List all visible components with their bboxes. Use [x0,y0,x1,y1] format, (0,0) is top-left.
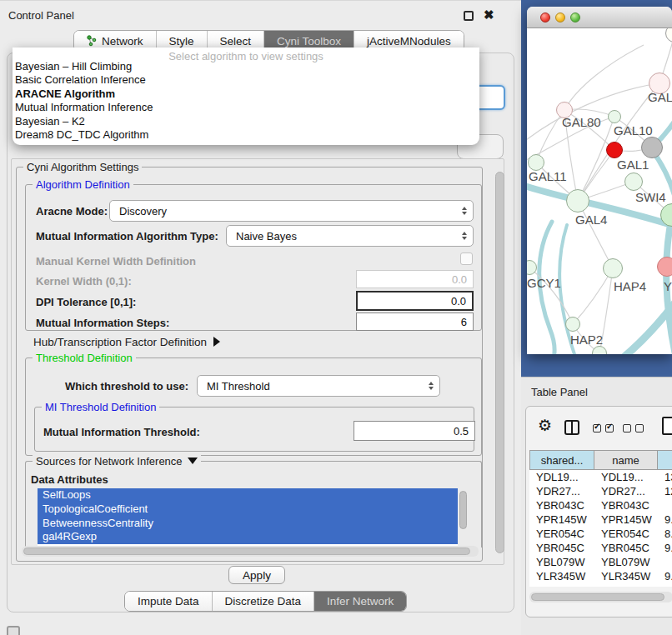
mi-type-value: Naive Bayes [236,230,297,242]
checked-checkbox-icon[interactable] [605,424,614,432]
settings-vscrollbar[interactable] [495,172,504,553]
sources-group-toggle[interactable]: Sources for Network Inference [33,455,201,468]
dpi-tolerance-value: 0.0 [451,295,466,308]
mi-threshold-value: 0.5 [454,425,469,438]
table-row[interactable]: YBR043CYBR043C [529,498,672,512]
tab-label: jActiveMNodules [367,35,451,48]
table-cell: YBR043C [529,498,594,512]
expanded-arrow-icon [188,458,198,464]
tab-label: Style [169,35,194,48]
dropdown-options: Bayesian – Hill ClimbingBasic Correlatio… [13,60,479,142]
algorithm-definition-group: Algorithm Definition Aracne Mode: Discov… [25,184,482,331]
kernel-width-field: 0.0 [356,270,474,288]
network-node-label: GAL11 [529,169,567,183]
stepper-icon [462,207,467,215]
network-node-gal1[interactable] [624,172,643,191]
manual-kernel-label: Manual Kernel Width Definition [36,255,196,268]
table-cell: 13 [658,470,672,484]
mi-steps-field[interactable]: 6 [356,312,474,331]
data-attributes-list[interactable]: SelfLoopsTopologicalCoefficientBetweenne… [38,488,458,548]
aracne-mode-select[interactable]: Discovery [109,200,474,222]
close-panel-icon[interactable]: ✖ [484,8,494,22]
attribute-item-betweennesscentrality[interactable]: BetweennessCentrality [38,517,458,531]
algorithm-option-bayesian-k2[interactable]: Bayesian – K2 [13,115,479,128]
table-cell: 0. [658,583,672,587]
network-node-hap2[interactable] [565,317,580,332]
table-row[interactable]: YPR145WYPR145W9. [529,512,672,527]
mi-steps-label: Mutual Information Steps: [36,317,169,329]
table-row[interactable]: YIL052CYIL052C0. [529,583,672,587]
table-cell: 9. [658,512,672,527]
apply-button[interactable]: Apply [228,566,285,584]
attribute-item-selfloops[interactable]: SelfLoops [38,488,458,502]
algorithm-option-basic-correlation-inference[interactable]: Basic Correlation Inference [13,73,479,87]
tab-label: Select [220,35,252,48]
subtab-infer-network[interactable]: Infer Network [314,592,406,611]
attribute-item-topologicalcoefficient[interactable]: TopologicalCoefficient [38,502,458,517]
network-node-gal11[interactable] [528,154,544,171]
hub-section-toggle[interactable]: Hub/Transcription Factor Definition [33,334,220,349]
gear-icon[interactable]: ⚙ [538,418,552,433]
dropdown-prompt: Select algorithm to view settings [13,48,479,60]
attribute-item-gal4rgexp[interactable]: gal4RGexp [38,530,458,544]
unchecked-checkbox-icon[interactable] [623,424,631,432]
algorithm-option-dream8-dc-tdc-algorithm[interactable]: Dream8 DC_TDC Algorithm [13,128,479,142]
network-icon [87,35,98,47]
mi-threshold-field[interactable]: 0.5 [354,421,475,441]
network-node-y[interactable] [657,257,672,277]
which-threshold-value: MI Threshold [207,380,270,392]
table-cell: YBR045C [594,541,658,555]
subtab-impute-data[interactable]: Impute Data [125,592,213,611]
dpi-tolerance-field[interactable]: 0.0 [356,291,474,311]
column-header-name[interactable]: name [594,450,658,470]
table-row[interactable]: YBL079WYBL079W [529,555,672,569]
columns-icon[interactable] [564,420,579,435]
subtab-discretize-data[interactable]: Discretize Data [213,592,315,611]
table-cell: YER054C [529,527,594,541]
column-header-shared[interactable]: shared... [529,450,594,470]
list-scrollbar[interactable] [459,491,467,529]
cyni-algorithm-settings-group: Cyni Algorithm Settings Algorithm Defini… [16,167,483,562]
checked-checkbox-icon[interactable] [593,424,601,432]
close-window-icon[interactable] [540,12,550,22]
settings-hscrollbar[interactable] [22,546,479,557]
algorithm-option-mutual-information-inference[interactable]: Mutual Information Inference [13,101,479,114]
table-panel-title: Table Panel [531,386,588,398]
table-cell: YBL079W [594,555,658,569]
column-header-a[interactable]: A [658,450,672,470]
zoom-window-icon[interactable] [570,12,580,22]
network-node-hap4[interactable] [603,258,623,278]
network-window-titlebar[interactable] [527,7,672,28]
network-canvas[interactable]: GALGAL80GAL10GAL1GAL11SWI4GAL4GCY1HAP4YH… [527,28,672,354]
network-node-gal4[interactable] [566,189,589,212]
table-cell: 12 [658,484,672,498]
group-title: Cyni Algorithm Settings [23,161,142,173]
table-row[interactable]: YER054CYER054C8. [529,527,672,541]
table-row[interactable]: YBR045CYBR045C9. [529,541,672,555]
table-rows[interactable]: YDL19...YDL19...13YDR27...YDR27...12YBR0… [529,470,672,587]
table-cell: 9. [658,541,672,555]
table-cell: 9. [658,569,672,583]
unchecked-checkbox-icon[interactable] [635,424,644,432]
network-node-gal10[interactable] [608,110,621,123]
cyni-toolbox-subtabs: Impute DataDiscretize DataInfer Network [124,591,407,612]
table-cell: YBR043C [594,498,658,512]
mi-type-select[interactable]: Naive Bayes [226,225,474,247]
network-node[interactable] [641,137,663,158]
float-window-icon[interactable] [464,11,474,21]
table-row[interactable]: YDR27...YDR27...12 [529,484,672,498]
document-icon[interactable] [662,417,672,435]
network-node-label: GAL1 [617,158,649,172]
manual-kernel-checkbox[interactable] [460,252,473,265]
table-row[interactable]: YDL19...YDL19...13 [529,470,672,484]
dpi-tolerance-label: DPI Tolerance [0,1]: [36,296,136,308]
table-hscrollbar[interactable] [529,592,672,602]
kernel-width-value: 0.0 [452,273,467,286]
which-threshold-select[interactable]: MI Threshold [197,375,440,397]
table-row[interactable]: YLR345WYLR345W9. [529,569,672,583]
algorithm-option-aracne-algorithm[interactable]: ARACNE Algorithm [13,88,479,101]
stepper-icon [429,382,434,390]
minimize-window-icon[interactable] [555,12,565,22]
minimized-panel-icon[interactable] [7,626,20,635]
network-node[interactable] [606,142,623,158]
